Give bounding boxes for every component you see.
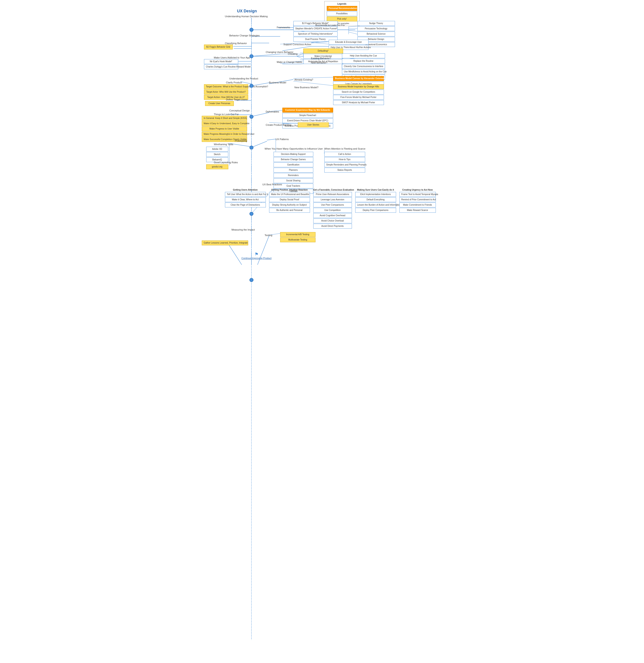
goodui-box: goodui.org xyxy=(206,164,228,169)
buzzword-1: Nudge Theory xyxy=(357,21,395,26)
atten-4: Status Reports xyxy=(324,168,365,173)
flag-icon: ⚑ xyxy=(242,252,271,257)
wireframe-2: Sketch xyxy=(206,152,228,157)
label-measuring-impact: Measuring the Impact xyxy=(231,228,255,231)
label-ux-patterns: UX Patterns xyxy=(276,138,289,140)
things-1: In General: Keep It Short and Simple (KI… xyxy=(202,116,247,121)
pos-2: Deploy Social Proof xyxy=(269,197,310,202)
label-testing: Testing xyxy=(265,234,272,236)
label-already-existing: Already Existing? xyxy=(294,78,313,81)
fav-7: Avoid Direct Payments xyxy=(313,224,352,229)
new-biz-2: Search on Google for Competitors xyxy=(333,90,384,94)
label-making-sure: Making Sure Users Can Easily do it xyxy=(355,189,396,191)
label-getting-attention: Getting Users Attention xyxy=(225,189,266,191)
continue-improving-group: ⚑ Continue Improving Product xyxy=(242,252,271,259)
label-creating-urgency: Creating Urgency to Act Now xyxy=(399,189,436,191)
circle-measuring xyxy=(249,278,253,282)
attention-fleeting-boxes: Call to Action How-to Tips Simple Remind… xyxy=(324,152,365,173)
cheating-1: Defaulting* xyxy=(303,48,343,53)
atten-1: Call to Action xyxy=(324,152,365,157)
conscious-1: Educate & Encourage User xyxy=(329,40,369,45)
user-stories-box: User Stories xyxy=(298,122,329,127)
urg-1: Frame Text to Avoid Temporal Myopia xyxy=(399,192,436,197)
making-sure-group: Making Sure Users Can Easily do it Elici… xyxy=(355,189,396,213)
label-make-addicted: Make Users Addicted to Your App xyxy=(214,56,250,59)
continue-improving-link[interactable]: Continue Improving Product xyxy=(242,257,271,259)
attn-1: Tell User What the Action is and Ask For… xyxy=(225,192,266,197)
label-ux-best-practices: UX Best Practices xyxy=(263,183,282,186)
testing-boxes: Incremental A/B Testing Multivariate Tes… xyxy=(280,232,315,243)
habit-2: Replace the Routine xyxy=(342,59,385,64)
svg-line-72 xyxy=(293,81,333,86)
label-wireframing-tools: Wireframing Tools xyxy=(214,143,234,145)
legend-title: Legends xyxy=(327,3,357,5)
label-product-backlog: Create Product Backlog xyxy=(266,123,291,126)
svg-line-53 xyxy=(311,42,329,44)
label-new-behavior: New Behavior? xyxy=(311,61,328,64)
many-opp-2: Behavior Change Games xyxy=(273,157,313,162)
already-1: Business Model Canvas by Alexander Oster… xyxy=(333,76,384,81)
framework-item-2: Stephen Wendel's CREATE Action Funnel* xyxy=(293,26,337,31)
label-understanding-human: Understanding Human Decision Making xyxy=(225,15,268,18)
things-3: Make Progress to User Visible xyxy=(202,127,247,131)
urg-3: Make Commitment to Friends xyxy=(399,203,436,207)
favorable-conscious-group: Get a Favorable, Conscious Evaluation Pr… xyxy=(313,189,354,229)
fav-1: Prime User-Relevant Associations xyxy=(313,192,352,197)
new-business-boxes: Business Model Inspirator by Orange Hill… xyxy=(333,84,384,106)
svg-line-30 xyxy=(297,56,303,59)
pos-4: Be Authentic and Personal xyxy=(269,208,310,213)
many-opp-6: Social Sharing xyxy=(273,178,313,183)
goodui: goodui.org xyxy=(206,164,228,169)
sure-4: Deploy Peer Comparisons xyxy=(355,208,396,213)
fav-2: Leverage Loss Aversion xyxy=(313,197,352,202)
things-2: Make it Easy to Understand, Easy to Comp… xyxy=(202,121,247,126)
circle-behavior-change xyxy=(249,28,253,32)
testing-2: Multivariate Testing xyxy=(280,237,315,242)
testing-1: Incremental A/B Testing xyxy=(280,232,315,237)
attn-2: Make it Clear, Where to Act xyxy=(225,197,266,202)
many-opp-1: Decision-Making Support xyxy=(273,152,313,157)
habit-4: Use Mindfulness to Avoid Acting on the C… xyxy=(342,69,385,74)
circle-understanding-product xyxy=(249,84,253,88)
many-opp-4: Planners xyxy=(273,168,313,173)
bj-fogg-grid: BJ Fogg's Behavior Grid xyxy=(204,45,233,49)
sure-1: Elicit Implementation Intentions xyxy=(355,192,396,197)
legend-item-orange: Personal Recommendation! xyxy=(327,6,357,11)
label-conceptual-design: Conceptual Design xyxy=(229,109,250,112)
circle-prototyping xyxy=(249,145,253,150)
create-user-personas-box: Create User Personas xyxy=(205,101,234,106)
gather-lessons: Gather Lessons Learned, Prioritize, Inte… xyxy=(202,241,248,245)
habit-3: Cleverly Use Consciousness to Interfere xyxy=(342,64,385,69)
getting-users-attention-group: Getting Users Attention Tell User What t… xyxy=(225,189,266,208)
legend-item-yellow: Pick only! xyxy=(327,17,357,21)
fav-5: Avoid Cognitive Overhead xyxy=(313,213,352,218)
legend-item-plain: Possibilities xyxy=(327,11,357,16)
label-classifying: Classifying Behavior xyxy=(225,42,247,45)
label-favorable: Get a Favorable, Conscious Evaluation xyxy=(313,189,354,191)
addicted-1: Nir Eyal's Hook Model* xyxy=(204,59,238,64)
fav-3: Use Peer Comparisons xyxy=(313,203,352,207)
things-boxes: In General: Keep It Short and Simple (KI… xyxy=(202,116,247,142)
label-prototyping: Prototyping xyxy=(235,139,247,142)
many-opportunities-boxes: Decision-Making Support Behavior Change … xyxy=(273,152,313,194)
deliverable-2: Simple Flowchart xyxy=(282,113,333,118)
atten-2: How-to Tips xyxy=(324,157,365,162)
framework-item-3: Spectrum of Thinking Interventions* xyxy=(293,31,337,37)
svg-line-79 xyxy=(251,141,267,147)
label-understanding-product: Understanding the Product xyxy=(229,77,258,80)
new-biz-4: SWOT-Analysis by Michael Porter xyxy=(333,100,384,105)
svg-line-82 xyxy=(267,139,276,140)
habit-boxes: Help User Avoiding the Cue Replace the R… xyxy=(342,53,385,80)
fav-6: Avoid Choice Overload xyxy=(313,219,352,223)
new-biz-3: Five-Forces Model by Michael Porter xyxy=(333,95,384,100)
page-title: UX Design xyxy=(237,9,257,14)
label-support-conscious: Support Conscious Action xyxy=(284,43,311,46)
habit-1: Help User Avoiding the Cue xyxy=(342,53,385,58)
addicted-boxes: Nir Eyal's Hook Model* Charles Duhigg's … xyxy=(204,59,238,70)
label-things-look-out: Things to Look Out For xyxy=(214,113,239,116)
pos-3: Display Strong Authority on Subject xyxy=(269,203,310,207)
label-clarify-product: Clarify Product xyxy=(226,81,242,84)
gather-lessons-box: Gather Lessons Learned, Prioritize, Inte… xyxy=(202,241,248,245)
circle-ux-best xyxy=(249,212,253,216)
label-deliverables: Deliverables xyxy=(266,110,279,113)
